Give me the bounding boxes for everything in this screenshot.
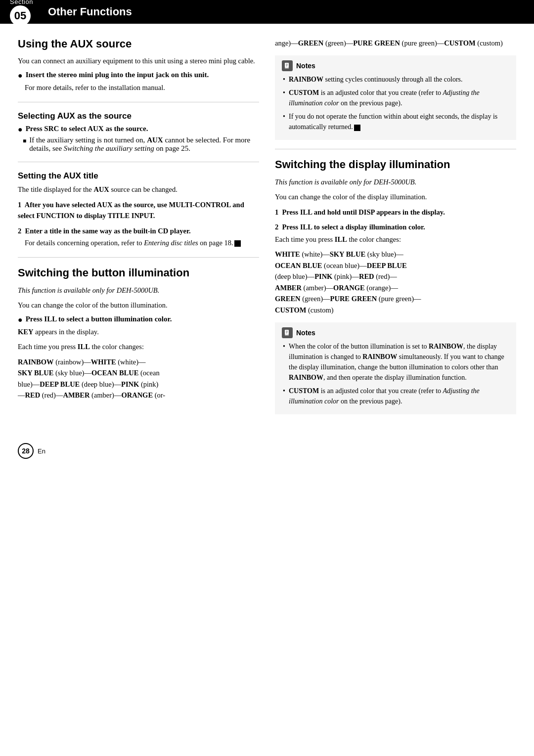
selecting-aux-section: Selecting AUX as the source ● Press SRC … xyxy=(18,111,259,152)
switching-display-italic: This function is available only for DEH-… xyxy=(275,177,516,187)
colors-continued: ange)—GREEN (green)—PURE GREEN (pure gre… xyxy=(275,38,516,48)
switching-button-title: Switching the button illumination xyxy=(18,267,259,279)
notes-icon-2 xyxy=(282,327,293,338)
notes-label-1: Notes xyxy=(296,62,315,70)
square-bullet-icon: ■ xyxy=(23,137,26,145)
circle-bullet-icon-2: ● xyxy=(18,125,23,134)
setting-aux-title-heading: Setting the AUX title xyxy=(18,171,259,181)
aux-step-1: 1 After you have selected AUX as the sou… xyxy=(18,199,259,222)
note-1-item-3: If you do not operate the function withi… xyxy=(282,111,509,132)
notes-list-2: When the color of the button illuminatio… xyxy=(282,341,509,406)
language-label: En xyxy=(38,447,45,455)
right-column: ange)—GREEN (green)—PURE GREEN (pure gre… xyxy=(275,38,516,421)
note-1-item-1: RAINBOW setting cycles continuously thro… xyxy=(282,74,509,85)
notes-box-1: Notes RAINBOW setting cycles continuousl… xyxy=(275,55,516,140)
pencil-icon xyxy=(284,62,291,69)
stop-icon xyxy=(234,240,241,247)
disp-step-1-heading: 1 Press ILL and hold until DISP appears … xyxy=(275,207,516,218)
note-2-item-1: When the color of the button illuminatio… xyxy=(282,341,509,383)
circle-bullet-icon-3: ● xyxy=(18,315,23,324)
insert-plug-text: Insert the stereo mini plug into the inp… xyxy=(26,71,209,79)
using-aux-section: Using the AUX source You can connect an … xyxy=(18,38,259,93)
insert-plug-body: For more details, refer to the installat… xyxy=(18,82,259,93)
aux-step-1-heading: 1 After you have selected AUX as the sou… xyxy=(18,199,259,222)
press-src-text: Press SRC to select AUX as the source. xyxy=(26,125,148,133)
divider-3 xyxy=(18,257,259,258)
disp-step-2-heading: 2 Press ILL to select a display illumina… xyxy=(275,222,516,232)
page-footer: 28 En xyxy=(0,440,534,462)
svg-rect-3 xyxy=(286,65,288,65)
svg-rect-9 xyxy=(286,333,287,333)
switching-button-italic: This function is available only for DEH-… xyxy=(18,285,259,296)
svg-rect-8 xyxy=(286,332,288,332)
divider-1 xyxy=(18,102,259,102)
aux-step-2-body: For details concerning operation, refer … xyxy=(18,237,259,248)
disp-step-1: 1 Press ILL and hold until DISP appears … xyxy=(275,207,516,218)
ill-color-changes: Each time you press ILL the color change… xyxy=(18,341,259,352)
page-header: Section 05 Other Functions xyxy=(0,0,534,24)
aux-step-2: 2 Enter a title in the same way as the b… xyxy=(18,225,259,249)
note-1-item-2: CUSTOM is an adjusted color that you cre… xyxy=(282,88,509,108)
notes-header-1: Notes xyxy=(282,60,509,71)
notes-box-2: Notes When the color of the button illum… xyxy=(275,322,516,414)
switching-display-section: Switching the display illumination This … xyxy=(275,158,516,315)
setting-aux-title-section: Setting the AUX title The title displaye… xyxy=(18,171,259,249)
switching-display-intro: You can change the color of the display … xyxy=(275,191,516,202)
note-2-item-2: CUSTOM is an adjusted color that you cre… xyxy=(282,386,509,406)
page-body: Using the AUX source You can connect an … xyxy=(0,24,534,435)
switching-button-section: Switching the button illumination This f… xyxy=(18,267,259,400)
stop-icon-2 xyxy=(354,125,360,131)
selecting-aux-title: Selecting AUX as the source xyxy=(18,111,259,121)
page-title: Other Functions xyxy=(48,5,132,18)
divider-4 xyxy=(275,149,516,149)
section-label: Section xyxy=(10,0,33,5)
divider-2 xyxy=(18,162,259,162)
svg-rect-7 xyxy=(286,331,288,331)
press-ill-bullet: ● Press ILL to select a button illuminat… xyxy=(18,315,259,324)
display-colors: WHITE (white)—SKY BLUE (sky blue)— OCEAN… xyxy=(275,249,516,315)
circle-bullet-icon: ● xyxy=(18,71,23,80)
key-appears: KEY appears in the display. xyxy=(18,326,259,337)
notes-list-1: RAINBOW setting cycles continuously thro… xyxy=(282,74,509,132)
page-number: 28 xyxy=(18,443,34,459)
aux-not-selected-text: If the auxiliary setting is not turned o… xyxy=(29,136,259,153)
disp-step-2: 2 Press ILL to select a display illumina… xyxy=(275,222,516,315)
notes-header-2: Notes xyxy=(282,327,509,338)
using-aux-title: Using the AUX source xyxy=(18,38,259,50)
svg-rect-2 xyxy=(286,64,288,64)
svg-rect-6 xyxy=(285,335,289,336)
notes-icon-1 xyxy=(282,60,293,71)
switching-display-title: Switching the display illumination xyxy=(275,158,516,171)
insert-plug-bullet: ● Insert the stereo mini plug into the i… xyxy=(18,71,259,80)
aux-not-selected-bullet: ■ If the auxiliary setting is not turned… xyxy=(18,136,259,153)
aux-step-2-heading: 2 Enter a title in the same way as the b… xyxy=(18,225,259,236)
svg-rect-4 xyxy=(286,66,287,66)
switching-button-intro: You can change the color of the button i… xyxy=(18,300,259,311)
section-number: 05 xyxy=(10,5,31,26)
setting-aux-title-intro: The title displayed for the AUX source c… xyxy=(18,184,259,195)
left-column: Using the AUX source You can connect an … xyxy=(18,38,259,421)
svg-rect-1 xyxy=(285,68,289,69)
press-src-bullet: ● Press SRC to select AUX as the source. xyxy=(18,125,259,134)
notes-label-2: Notes xyxy=(296,329,315,337)
disp-step-2-body: Each time you press ILL the color change… xyxy=(275,234,516,245)
using-aux-intro: You can connect an auxiliary equipment t… xyxy=(18,55,259,66)
pencil-icon-2 xyxy=(284,329,291,336)
button-colors: RAINBOW (rainbow)—WHITE (white)— SKY BLU… xyxy=(18,356,259,401)
press-ill-text: Press ILL to select a button illuminatio… xyxy=(26,315,172,323)
